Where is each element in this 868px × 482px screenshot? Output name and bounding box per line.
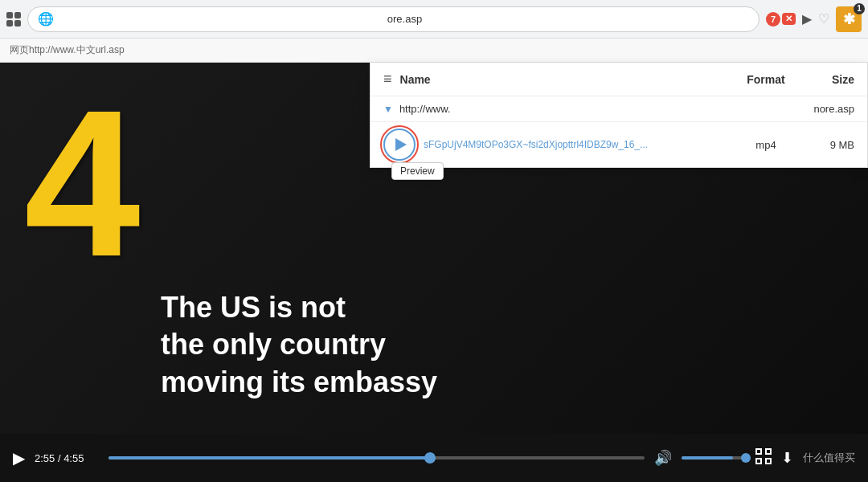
- time-display: 2:55 / 4:55: [35, 452, 99, 464]
- fullscreen-button[interactable]: [755, 448, 772, 468]
- download-count-badge: 7: [766, 12, 780, 27]
- svg-rect-1: [766, 449, 771, 454]
- svg-rect-2: [756, 459, 761, 464]
- browser-nav-icons: [6, 12, 21, 27]
- download-badge-button[interactable]: 7 ✕: [766, 12, 796, 27]
- browser-right-icons: 7 ✕ ▶ ♡ ✱ 1: [766, 6, 862, 32]
- panel-file-row: Preview sFGpUjV4M9tOPo3GX~fsi2dXjopttrl4…: [371, 122, 867, 167]
- panel-col-format: Format: [734, 73, 798, 86]
- main-content: 4 The US is not the only country moving …: [0, 63, 868, 482]
- watermark-text: 什么值得买: [803, 451, 855, 465]
- progress-thumb: [424, 452, 436, 464]
- video-controls: ▶ 2:55 / 4:55 🔊 ⬇ 什么值得买: [0, 434, 868, 482]
- svg-rect-3: [766, 459, 771, 464]
- progress-fill: [108, 456, 430, 460]
- progress-bar[interactable]: [108, 456, 645, 460]
- globe-icon: 🌐: [38, 11, 54, 27]
- extension-badge: 1: [854, 3, 865, 14]
- url-text-start: http://www.: [399, 103, 808, 115]
- caption-line1: The US is not: [161, 289, 868, 327]
- video-number: 4: [24, 79, 141, 288]
- download-button[interactable]: ⬇: [781, 449, 793, 467]
- caption-line2: the only country: [161, 326, 868, 364]
- forward-icon[interactable]: ▶: [802, 11, 812, 27]
- panel-menu-icon[interactable]: ≡: [383, 71, 392, 88]
- play-preview-wrapper: Preview: [383, 129, 416, 161]
- second-bar: 网页http://www.中文url.asp: [0, 39, 868, 63]
- video-caption: The US is not the only country moving it…: [161, 289, 868, 402]
- caption-line3: moving its embassy: [161, 364, 868, 402]
- preview-tooltip: Preview: [391, 162, 444, 180]
- heart-icon[interactable]: ♡: [818, 11, 829, 27]
- url-text-end: nore.asp: [813, 103, 854, 115]
- panel-col-size: Size: [806, 73, 854, 86]
- file-size: 9 MB: [806, 139, 854, 151]
- expand-triangle-icon[interactable]: ▼: [383, 104, 393, 115]
- browser-bar: 🌐 ore.asp 7 ✕ ▶ ♡ ✱ 1: [0, 0, 868, 39]
- file-format: mp4: [734, 139, 798, 151]
- volume-fill: [682, 456, 733, 460]
- file-name[interactable]: sFGpUjV4M9tOPo3GX~fsi2dXjopttrl4IDBZ9w_1…: [424, 139, 726, 150]
- play-triangle-icon: [395, 138, 407, 151]
- extension-icon: ✱: [843, 10, 855, 28]
- address-bar[interactable]: 🌐 ore.asp: [27, 6, 760, 32]
- volume-bar[interactable]: [682, 456, 746, 460]
- panel-url-row: ▼ http://www. nore.asp: [371, 96, 867, 122]
- extension-button[interactable]: ✱ 1: [836, 6, 862, 32]
- volume-thumb: [741, 453, 751, 463]
- play-button[interactable]: ▶: [13, 448, 25, 468]
- second-bar-text: 网页http://www.中文url.asp: [10, 43, 125, 57]
- panel-col-name: Name: [400, 73, 726, 86]
- address-text: ore.asp: [60, 13, 749, 25]
- svg-rect-0: [756, 449, 761, 454]
- close-badge: ✕: [782, 13, 796, 25]
- volume-icon[interactable]: 🔊: [654, 449, 672, 467]
- play-preview-button[interactable]: [383, 129, 416, 161]
- grid-icon[interactable]: [6, 12, 21, 27]
- download-panel: ≡ Name Format Size ▼ http://www. nore.as…: [370, 63, 868, 168]
- panel-header: ≡ Name Format Size: [371, 63, 867, 96]
